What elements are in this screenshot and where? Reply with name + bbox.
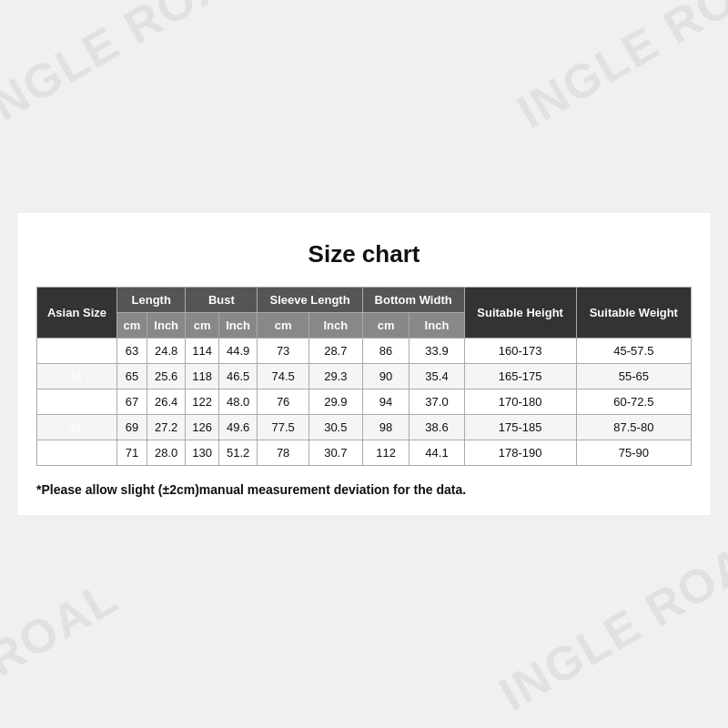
data-cell: 77.5	[258, 415, 309, 440]
data-cell: 45-57.5	[576, 339, 691, 364]
data-cell: 71	[116, 440, 147, 466]
data-cell: 49.6	[218, 415, 257, 440]
bust-cm-header: cm	[186, 313, 218, 339]
size-cell: M	[37, 364, 117, 389]
data-cell: 165-175	[464, 364, 576, 389]
data-cell: 69	[116, 415, 147, 440]
data-cell: 44.9	[218, 339, 257, 364]
data-cell: 26.4	[147, 389, 185, 415]
data-cell: 67	[116, 389, 147, 415]
data-cell: 25.6	[147, 364, 185, 389]
data-cell: 38.6	[410, 415, 464, 440]
bottom-inch-header: Inch	[410, 313, 464, 339]
length-header: Length	[116, 288, 185, 313]
data-cell: 33.9	[410, 339, 464, 364]
bottom-width-header: Bottom Width	[362, 288, 464, 313]
watermark-4: INGLE ROA	[490, 534, 728, 721]
data-cell: 75-90	[576, 440, 691, 466]
data-cell: 46.5	[218, 364, 257, 389]
data-cell: 30.5	[308, 415, 362, 440]
data-cell: 28.7	[308, 339, 362, 364]
data-cell: 130	[186, 440, 218, 466]
sleeve-cm-header: cm	[258, 313, 309, 339]
data-cell: 27.2	[147, 415, 185, 440]
data-cell: 114	[186, 339, 218, 364]
size-cell: S	[37, 339, 117, 364]
watermark-3: ROAL	[0, 569, 127, 687]
data-cell: 63	[116, 339, 147, 364]
data-cell: 160-173	[464, 339, 576, 364]
data-cell: 55-65	[576, 364, 691, 389]
data-cell: 60-72.5	[576, 389, 691, 415]
data-cell: 65	[116, 364, 147, 389]
suitable-weight-header: Suitable Weight	[576, 288, 691, 339]
table-row: S6324.811444.97328.78633.9160-17345-57.5	[37, 339, 692, 364]
bust-header: Bust	[186, 288, 258, 313]
bottom-cm-header: cm	[362, 313, 410, 339]
table-row: M6525.611846.574.529.39035.4165-17555-65	[37, 364, 692, 389]
measurement-note: *Please allow slight (±2cm)manual measur…	[36, 482, 692, 497]
data-cell: 175-185	[464, 415, 576, 440]
bust-inch-header: Inch	[218, 313, 257, 339]
table-row: 2XL7128.013051.27830.711244.1178-19075-9…	[37, 440, 692, 466]
suitable-height-header: Suitable Height	[464, 288, 576, 339]
table-row: L6726.412248.07629.99437.0170-18060-72.5	[37, 389, 692, 415]
data-cell: 126	[186, 415, 218, 440]
data-cell: 90	[362, 364, 410, 389]
table-row: XL6927.212649.677.530.59838.6175-18587.5…	[37, 415, 692, 440]
watermark-2: INGLE ROA	[509, 0, 728, 139]
data-cell: 86	[362, 339, 410, 364]
data-cell: 74.5	[258, 364, 309, 389]
data-cell: 87.5-80	[576, 415, 691, 440]
size-cell: L	[37, 389, 117, 415]
length-cm-header: cm	[116, 313, 147, 339]
data-cell: 44.1	[410, 440, 464, 466]
data-cell: 28.0	[147, 440, 185, 466]
size-chart-container: Size chart Asian Size Length Bust Sleeve…	[18, 213, 710, 515]
data-cell: 73	[258, 339, 309, 364]
asian-size-header: Asian Size	[37, 288, 117, 339]
data-cell: 118	[186, 364, 218, 389]
size-cell: XL	[37, 415, 117, 440]
data-cell: 48.0	[218, 389, 257, 415]
data-cell: 78	[258, 440, 309, 466]
data-cell: 30.7	[308, 440, 362, 466]
data-cell: 178-190	[464, 440, 576, 466]
data-cell: 98	[362, 415, 410, 440]
sleeve-header: Sleeve Length	[258, 288, 362, 313]
length-inch-header: Inch	[147, 313, 185, 339]
data-cell: 76	[258, 389, 309, 415]
size-table: Asian Size Length Bust Sleeve Length Bot…	[36, 287, 692, 466]
data-cell: 29.9	[308, 389, 362, 415]
data-cell: 29.3	[308, 364, 362, 389]
data-cell: 24.8	[147, 339, 185, 364]
watermark-1: INGLE ROA	[0, 0, 238, 139]
sleeve-inch-header: Inch	[308, 313, 362, 339]
data-cell: 94	[362, 389, 410, 415]
data-cell: 51.2	[218, 440, 257, 466]
data-cell: 37.0	[410, 389, 464, 415]
page-title: Size chart	[36, 240, 692, 268]
data-cell: 170-180	[464, 389, 576, 415]
size-cell: 2XL	[37, 440, 117, 466]
data-cell: 35.4	[410, 364, 464, 389]
data-cell: 112	[362, 440, 410, 466]
data-cell: 122	[186, 389, 218, 415]
